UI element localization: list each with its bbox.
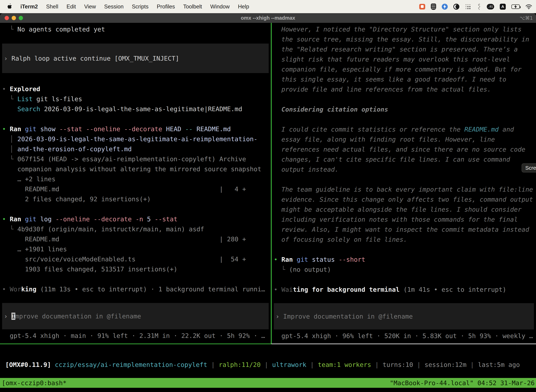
- usage-badge-icon[interactable]: ..61: [487, 4, 494, 9]
- terminal-line: including verification notes with those …: [272, 215, 536, 224]
- spacer: [0, 34, 271, 44]
- menu-item-scripts[interactable]: Scripts: [132, 4, 148, 10]
- battery-charging-icon[interactable]: [511, 5, 520, 9]
- menu-item-shell[interactable]: Shell: [46, 4, 58, 10]
- injected-command-box[interactable]: › Ralph loop active continue [OMX_TMUX_I…: [2, 44, 269, 73]
- terminal-line: this single essay, it seems like a good …: [272, 74, 536, 84]
- menu-items: iTerm2ShellEditViewSessionScriptsProfile…: [20, 4, 249, 10]
- window-shortcut: ⌥⌘1: [520, 15, 533, 21]
- screen: iTerm2ShellEditViewSessionScriptsProfile…: [0, 0, 536, 392]
- crescent-app-icon[interactable]: [453, 4, 459, 10]
- menu-item-view[interactable]: View: [84, 4, 96, 10]
- terminal-line: └ List git ls-files: [0, 94, 271, 104]
- pane-right-agent[interactable]: However, I noticed the "Directory Struct…: [272, 23, 536, 344]
- terminal-line: • Ran git status --short: [272, 254, 536, 265]
- spacer: [272, 330, 536, 331]
- terminal-line: [0, 114, 271, 124]
- terminal-area: └ No agents completed yet› Ralph loop ac…: [0, 23, 536, 344]
- terminal-line: Search 2026-03-09-is-legal-the-same-as-l…: [0, 104, 271, 114]
- spacer: [0, 73, 271, 84]
- terminal-line: of focusing solely on file lines.: [272, 234, 536, 244]
- terminal-line: 2 files changed, 92 insertions(+): [0, 194, 271, 204]
- menu-bar: iTerm2ShellEditViewSessionScriptsProfile…: [0, 0, 536, 13]
- terminal-line: [272, 244, 536, 254]
- terminal-line: the source tree, missing the essay. Stil…: [272, 34, 536, 44]
- terminal-line: changes, I can't cite specific file line…: [272, 154, 536, 164]
- menu-item-edit[interactable]: Edit: [67, 4, 76, 10]
- menu-bar-status-icons: ..61 A: [419, 4, 536, 10]
- pane-left-agent[interactable]: └ No agents completed yet› Ralph loop ac…: [0, 23, 271, 344]
- dragon-icon[interactable]: [477, 4, 481, 10]
- terminal-line: • Explored: [0, 84, 271, 94]
- menu-bar-left: iTerm2ShellEditViewSessionScriptsProfile…: [0, 3, 249, 10]
- terminal-line: [272, 275, 536, 285]
- terminal-line: • Ran git log --oneline --decorate -n 5 …: [0, 214, 271, 224]
- spacer: [272, 294, 536, 303]
- terminal-line: … +1901 lines: [0, 244, 271, 254]
- apple-menu[interactable]: [7, 3, 12, 10]
- menu-item-toolbelt[interactable]: Toolbelt: [183, 4, 202, 10]
- menu-item-iterm2[interactable]: iTerm2: [20, 4, 38, 10]
- wifi-icon[interactable]: [526, 4, 532, 9]
- terminal-line: [272, 114, 536, 124]
- terminal-line: … +2 lines: [0, 174, 271, 184]
- terminal-line: companion analysis without altering the …: [0, 164, 271, 174]
- active-pane-border: [0, 344, 271, 344]
- menu-item-window[interactable]: Window: [210, 4, 230, 10]
- terminal-line: However, I noticed the "Directory Struct…: [272, 24, 536, 34]
- title-bar: omx --xhigh --madmax ⌥⌘1: [0, 13, 536, 23]
- pane-bottom-borders: [0, 344, 536, 344]
- terminal-line: references need actual files, and since …: [272, 144, 536, 154]
- terminal-line: └ No agents completed yet: [0, 24, 271, 34]
- terminal-line: src/voice/voiceModeEnabled.ts | 54 +: [0, 254, 271, 264]
- bolt-circle-icon[interactable]: [442, 4, 448, 10]
- terminal-line: The team guideline is to back every impo…: [272, 184, 536, 194]
- terminal-line: the "Related research writing" section i…: [272, 44, 536, 54]
- screen-recording-icon-inner: [421, 5, 424, 8]
- bottom-strip: [0, 388, 536, 392]
- prompt-input[interactable]: › Improve documentation in @filename: [274, 303, 534, 330]
- terminal-line: evidence. Since this change only affects…: [272, 194, 536, 205]
- terminal-line: └ 067f154 (HEAD -> essay/ai-reimplementa…: [0, 154, 271, 164]
- terminal-line: gpt-5.4 xhigh · 96% left · 520K in · 5.8…: [272, 331, 536, 341]
- inactive-pane-border: [271, 344, 536, 344]
- terminal-line: provide file and line references from th…: [272, 84, 536, 94]
- terminal-line: 1903 files changed, 513517 insertions(+): [0, 264, 271, 274]
- input-source-icon[interactable]: A: [500, 4, 506, 10]
- terminal-line: • Working (11m 13s • esc to interrupt) ·…: [0, 284, 271, 294]
- terminal-line: I could cite commit statistics or refere…: [272, 124, 536, 134]
- spacer: [0, 294, 271, 303]
- window-title: omx --xhigh --madmax: [0, 15, 536, 21]
- terminal-line: Considering citation options: [272, 104, 536, 114]
- spacer: [0, 329, 271, 331]
- terminal-line: slight risk that future readers may over…: [272, 54, 536, 64]
- terminal-line: │ 2026-03-09-is-legal-the-same-as-legiti…: [0, 134, 271, 144]
- terminal-line: gpt-5.4 xhigh · main · 91% left · 2.31M …: [0, 331, 271, 341]
- dots-grid-icon[interactable]: [465, 4, 471, 10]
- terminal-line: companion file, especially if more comme…: [272, 64, 536, 74]
- tmux-session-label: [omx-cczip0:bash*: [2, 379, 67, 387]
- terminal-line: • Ran git show --stat --oneline --decora…: [0, 124, 271, 134]
- terminal-line: README.md | 280 +: [0, 234, 271, 244]
- tmux-host-clock: "MacBook-Pro-44.local" 04:52 31-Mar-26: [390, 379, 535, 387]
- prompt-input[interactable]: › Improve documentation in @filename: [2, 303, 269, 329]
- terminal-line: essay file, along with finding root file…: [272, 134, 536, 144]
- terminal-line: [0, 274, 271, 284]
- omx-status-line: [OMX#0.11.9] cczip/essay/ai-reimplementa…: [5, 360, 536, 370]
- screen-recording-icon[interactable]: [419, 4, 425, 9]
- tmux-status-bar: [omx-cczip0:bash* "MacBook-Pro-44.local"…: [0, 378, 536, 388]
- terminal-line: [272, 174, 536, 184]
- terminal-line: └ (no output): [272, 265, 536, 275]
- terminal-line: review. Also, I might want to inspect th…: [272, 224, 536, 234]
- terminal-line: [0, 204, 271, 214]
- omx-status-pane: [OMX#0.11.9] cczip/essay/ai-reimplementa…: [0, 344, 536, 378]
- menu-item-session[interactable]: Session: [104, 4, 124, 10]
- terminal-line: output instead.: [272, 164, 536, 174]
- terminal-line: └ 4b9d30f (origin/main, instructkr/main,…: [0, 224, 271, 234]
- terminal-line: │ and-the-erosion-of-copyleft.md: [0, 144, 271, 154]
- screen-overlay-button[interactable]: Scre: [522, 163, 536, 173]
- shield-grid-icon[interactable]: [431, 4, 436, 10]
- menu-item-help[interactable]: Help: [238, 4, 249, 10]
- terminal-line: • Waiting for background terminal (1m 41…: [272, 285, 536, 294]
- menu-item-profiles[interactable]: Profiles: [157, 4, 175, 10]
